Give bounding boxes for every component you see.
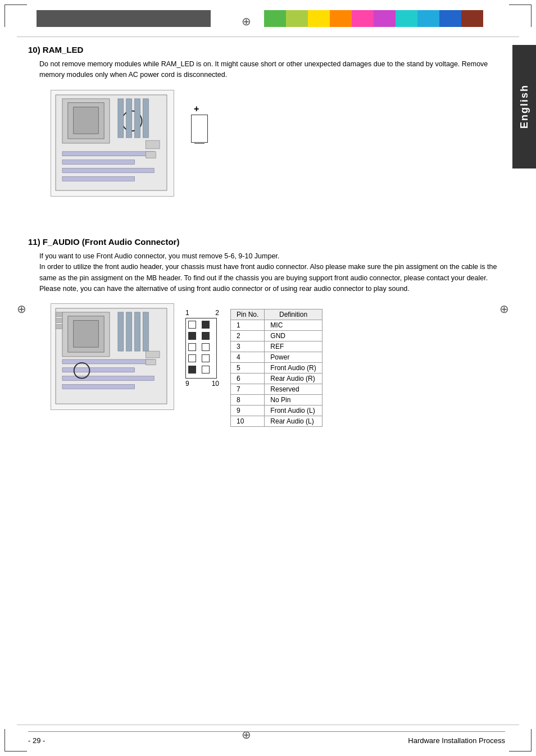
ram-diagram-area: + <box>39 90 505 210</box>
table-cell: 6 <box>231 374 265 384</box>
pin-5 <box>188 343 196 351</box>
table-row: 8No Pin <box>231 395 322 406</box>
pin-7 <box>188 354 196 362</box>
ram-led-body: Do not remove memory modules while RAM_L… <box>39 59 505 81</box>
page-number: - 29 - <box>28 736 45 745</box>
pin10-label: 10 <box>212 380 219 388</box>
pin-table-area: Pin No.Definition1MIC2GND3REF4Power5Fron… <box>230 309 322 427</box>
svg-rect-7 <box>135 99 140 138</box>
faudio-section: 11) F_AUDIO (Front Audio Connector) If y… <box>28 237 505 427</box>
table-cell: 4 <box>231 352 265 363</box>
svg-rect-12 <box>62 176 135 181</box>
ram-led-section: 10) RAM_LED Do not remove memory modules… <box>28 45 505 210</box>
table-cell: 7 <box>231 384 265 395</box>
svg-rect-5 <box>118 99 124 138</box>
pin9-label: 9 <box>185 380 189 388</box>
table-row: 1MIC <box>231 320 322 331</box>
table-header: Definition <box>265 309 322 320</box>
table-cell: No Pin <box>265 395 322 406</box>
svg-rect-30 <box>56 312 62 317</box>
ram-board-diagram <box>51 90 174 197</box>
table-row: 4Power <box>231 352 322 363</box>
pin-10 <box>202 366 210 374</box>
bottom-rule <box>17 725 519 725</box>
svg-rect-28 <box>146 351 160 358</box>
table-cell: Power <box>265 352 322 363</box>
svg-rect-31 <box>56 318 62 323</box>
page: ⊕ ⊕ ⊕ ⊕ English 10) RAM_LED Do not remov… <box>0 0 536 756</box>
svg-rect-32 <box>56 325 62 329</box>
svg-rect-6 <box>126 99 132 138</box>
table-cell: 10 <box>231 416 265 427</box>
table-cell: Rear Audio (R) <box>265 374 322 384</box>
svg-rect-18 <box>74 321 99 347</box>
pin-6 <box>202 343 210 351</box>
table-row: 3REF <box>231 341 322 352</box>
svg-rect-24 <box>62 368 135 372</box>
table-cell: Rear Audio (L) <box>265 416 322 427</box>
ram-led-title: 10) RAM_LED <box>28 45 505 54</box>
table-cell: Reserved <box>265 384 322 395</box>
pin-9 <box>188 366 196 374</box>
pin-4 <box>202 332 210 340</box>
table-cell: 8 <box>231 395 265 406</box>
faudio-body: If you want to use Front Audio connector… <box>39 251 505 295</box>
top-color-bar <box>264 10 483 27</box>
pin-1 <box>188 321 196 329</box>
corner-tl <box>4 4 27 27</box>
table-cell: MIC <box>265 320 322 331</box>
svg-rect-20 <box>126 312 132 351</box>
svg-rect-9 <box>62 152 154 156</box>
table-row: 9Front Audio (L) <box>231 406 322 416</box>
table-row: 6Rear Audio (R) <box>231 374 322 384</box>
svg-rect-25 <box>62 376 154 381</box>
table-cell: 9 <box>231 406 265 416</box>
crosshair-top-center: ⊕ <box>242 16 251 27</box>
ram-led-line <box>194 143 205 144</box>
table-cell: 5 <box>231 363 265 374</box>
corner-bl <box>4 729 27 752</box>
table-cell: REF <box>265 341 322 352</box>
svg-rect-13 <box>146 140 160 149</box>
svg-rect-22 <box>143 312 148 351</box>
ram-plus-sign: + <box>194 104 199 114</box>
connector-bottom-labels: 9 10 <box>185 380 219 388</box>
pin-definition-table: Pin No.Definition1MIC2GND3REF4Power5Fron… <box>230 309 322 427</box>
svg-rect-10 <box>62 160 135 164</box>
table-row: 5Front Audio (R) <box>231 363 322 374</box>
faudio-board-diagram <box>51 303 174 410</box>
table-cell: Front Audio (R) <box>265 363 322 374</box>
table-cell: Front Audio (L) <box>265 406 322 416</box>
table-row: 2GND <box>231 331 322 341</box>
language-sidebar: English <box>512 45 536 168</box>
svg-rect-11 <box>62 168 154 172</box>
svg-rect-8 <box>143 99 148 138</box>
table-cell: 3 <box>231 341 265 352</box>
table-row: 7Reserved <box>231 384 322 395</box>
svg-rect-29 <box>146 359 156 365</box>
pin-grid <box>185 318 217 379</box>
svg-rect-26 <box>62 385 135 389</box>
ram-indicator: + <box>191 107 208 143</box>
top-rule <box>17 37 519 37</box>
main-content: 10) RAM_LED Do not remove memory modules… <box>28 45 505 722</box>
table-cell: GND <box>265 331 322 341</box>
page-footer: - 29 - Hardware Installation Process <box>28 731 505 745</box>
pin-2 <box>202 321 210 329</box>
faudio-title: 11) F_AUDIO (Front Audio Connector) <box>28 237 505 247</box>
connector-top-labels: 1 2 <box>185 309 219 317</box>
svg-rect-21 <box>135 312 140 351</box>
table-header: Pin No. <box>231 309 265 320</box>
pin2-label: 2 <box>215 309 219 317</box>
svg-rect-23 <box>62 359 154 364</box>
table-cell: 2 <box>231 331 265 341</box>
table-row: 10Rear Audio (L) <box>231 416 322 427</box>
pin-connector-area: 1 2 <box>185 309 219 388</box>
pin1-label: 1 <box>185 309 189 317</box>
svg-rect-14 <box>146 152 156 158</box>
faudio-diagrams: 1 2 <box>39 303 505 427</box>
pin-8 <box>202 354 210 362</box>
corner-tr <box>509 4 532 27</box>
svg-rect-19 <box>118 312 124 351</box>
pin-3 <box>188 332 196 340</box>
